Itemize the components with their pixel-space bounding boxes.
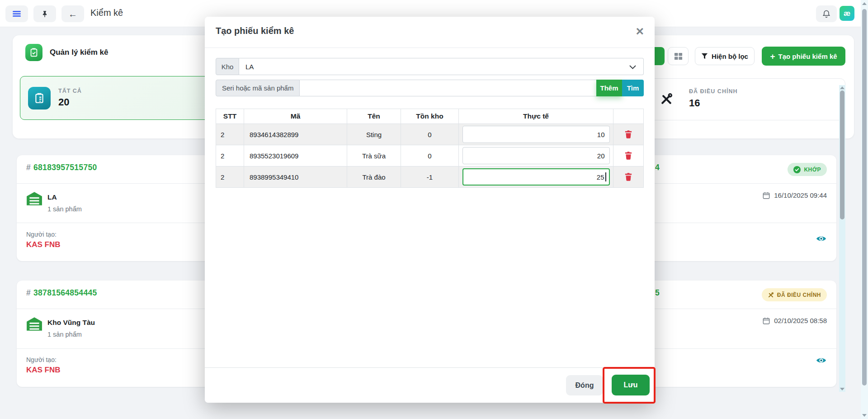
check-circle-icon xyxy=(793,166,801,173)
back-arrow-icon: ← xyxy=(68,10,77,19)
clipboard-list-icon xyxy=(28,87,51,110)
warehouse-select-value: LA xyxy=(245,63,254,71)
text-caret xyxy=(605,172,606,181)
close-modal-button[interactable]: Đóng xyxy=(566,375,603,395)
stocktake-id: #38781564854445 xyxy=(26,288,97,298)
hamburger-icon xyxy=(13,10,21,18)
stocktake-id: #68183957515750 xyxy=(26,163,97,172)
create-stocktake-modal: Tạo phiếu kiểm kê × Kho LA Seri hoặc mã … xyxy=(205,17,655,403)
cell-stock: 0 xyxy=(401,145,459,167)
status-label: KHỚP xyxy=(804,167,821,173)
eye-icon xyxy=(816,357,826,364)
close-icon[interactable]: × xyxy=(636,20,644,42)
warehouse-name: Kho Vũng Tàu xyxy=(47,319,95,327)
tools-icon xyxy=(768,292,774,298)
avatar[interactable]: æ xyxy=(840,6,854,21)
col-header-name: Tên xyxy=(347,109,401,124)
pin-button[interactable] xyxy=(33,5,56,22)
product-count: 1 sản phẩm xyxy=(47,331,82,338)
cell-stock: -1 xyxy=(401,167,459,188)
delete-row-button[interactable] xyxy=(625,152,632,160)
cell-stt: 2 xyxy=(216,145,244,167)
trash-icon xyxy=(625,152,632,160)
creator-label: Người tạo: xyxy=(26,231,57,238)
warehouse-select[interactable]: LA xyxy=(239,58,644,75)
search-field-label: Seri hoặc mã sản phẩm xyxy=(216,80,300,96)
page-scrollbar-thumb[interactable] xyxy=(862,9,867,386)
grid-icon xyxy=(674,52,683,61)
tab-adjusted-count: 16 xyxy=(689,97,700,109)
cell-stt: 2 xyxy=(216,124,244,145)
created-date: 16/10/2025 09:44 xyxy=(763,191,827,199)
col-header-stt: STT xyxy=(216,109,244,124)
scroll-up-arrow[interactable] xyxy=(862,2,867,5)
stocktake-id-fragment: 5 xyxy=(655,288,660,298)
warehouse-field: Kho LA xyxy=(216,58,644,75)
modal-title: Tạo phiếu kiểm kê xyxy=(216,26,294,36)
scroll-up-arrow[interactable] xyxy=(840,86,844,89)
cell-name: Trà đào xyxy=(347,167,401,188)
show-filter-button[interactable]: Hiện bộ lọc xyxy=(695,47,755,65)
filter-icon xyxy=(701,53,708,60)
page-scrollbar[interactable] xyxy=(861,0,868,419)
delete-row-button[interactable] xyxy=(625,173,632,181)
tab-all-count: 20 xyxy=(58,96,69,108)
calendar-icon xyxy=(763,317,770,324)
actual-qty-input[interactable] xyxy=(462,147,610,164)
cell-code: 8935523019609 xyxy=(244,145,347,167)
delete-row-button[interactable] xyxy=(625,130,632,138)
menu-button[interactable] xyxy=(5,5,28,22)
notifications-button[interactable] xyxy=(816,5,837,22)
product-count: 1 sản phẩm xyxy=(47,205,82,213)
back-button[interactable]: ← xyxy=(61,5,84,22)
creator-name: KAS FNB xyxy=(26,240,61,249)
table-view-button[interactable] xyxy=(668,47,689,65)
save-button[interactable]: Lưu xyxy=(612,375,650,395)
stocktake-items-table: STT Mã Tên Tồn kho Thực tế 2 89346143828… xyxy=(216,109,644,188)
scroll-down-arrow[interactable] xyxy=(862,414,867,417)
cell-code: 8938995349410 xyxy=(244,167,347,188)
divider xyxy=(205,367,655,368)
divider xyxy=(205,48,655,48)
trash-icon xyxy=(625,173,632,181)
calendar-icon xyxy=(763,192,770,199)
show-filter-label: Hiện bộ lọc xyxy=(712,52,748,60)
app-root: ← Kiểm kê æ Quản lý kiểm kê xyxy=(0,0,868,419)
content-scrollbar[interactable] xyxy=(839,85,845,392)
add-button[interactable]: Thêm xyxy=(596,80,622,96)
eye-icon xyxy=(816,235,826,243)
create-stocktake-label: Tạo phiếu kiểm kê xyxy=(778,52,837,60)
col-header-actions xyxy=(613,109,644,124)
find-button[interactable]: Tìm xyxy=(622,80,644,96)
cell-code: 8934614382899 xyxy=(244,124,347,145)
warehouse-icon xyxy=(26,191,42,208)
view-button[interactable] xyxy=(816,235,826,244)
actual-qty-input[interactable] xyxy=(462,126,610,143)
cell-stt: 2 xyxy=(216,167,244,188)
view-button[interactable] xyxy=(816,357,826,366)
status-badge: KHỚP xyxy=(788,163,827,176)
cell-name: Sting xyxy=(347,124,401,145)
stocktake-id-fragment: 4 xyxy=(655,163,660,172)
warehouse-icon xyxy=(26,317,42,333)
clipboard-check-icon xyxy=(25,44,42,61)
product-search-input[interactable] xyxy=(300,80,596,96)
table-row: 2 8935523019609 Trà sữa 0 xyxy=(216,145,644,167)
avatar-logo: æ xyxy=(844,9,850,18)
creator-name: KAS FNB xyxy=(26,366,61,375)
create-stocktake-button[interactable]: + Tạo phiếu kiểm kê xyxy=(762,47,845,66)
tools-icon xyxy=(660,92,673,108)
cell-name: Trà sữa xyxy=(347,145,401,167)
plus-icon: + xyxy=(770,52,775,61)
col-header-stock: Tồn kho xyxy=(401,109,459,124)
content-scrollbar-thumb[interactable] xyxy=(840,90,844,219)
panel-title: Quản lý kiểm kê xyxy=(50,48,108,57)
col-header-actual: Thực tế xyxy=(459,109,613,124)
bell-icon xyxy=(822,10,831,19)
actual-qty-input-focused[interactable] xyxy=(462,168,610,186)
table-header-row: STT Mã Tên Tồn kho Thực tế xyxy=(216,109,644,124)
pin-icon xyxy=(41,10,49,18)
col-header-code: Mã xyxy=(244,109,347,124)
scroll-down-arrow[interactable] xyxy=(840,388,844,390)
status-label: ĐÃ ĐIỀU CHỈNH xyxy=(777,292,821,298)
